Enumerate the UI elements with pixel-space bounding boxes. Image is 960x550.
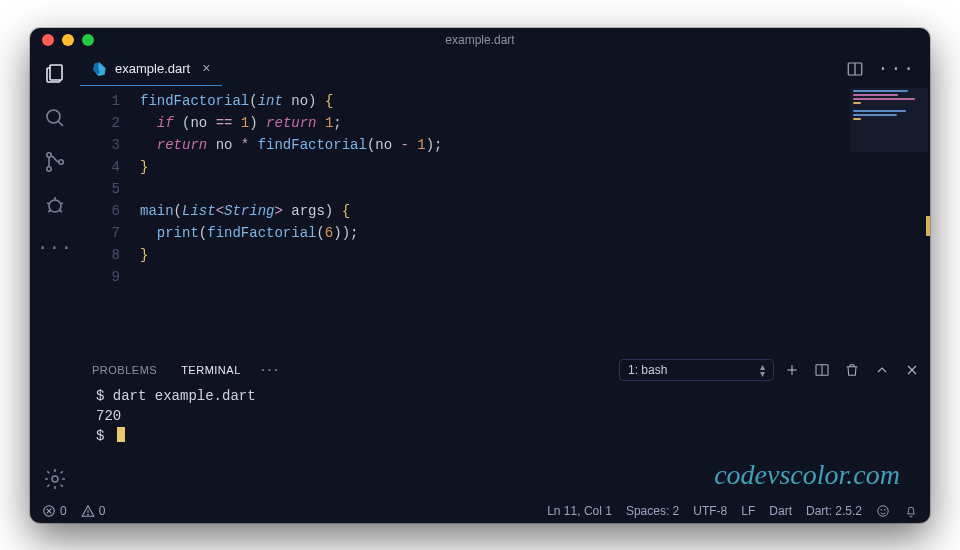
svg-point-1: [47, 110, 60, 123]
search-icon[interactable]: [43, 106, 67, 130]
svg-point-25: [87, 514, 88, 515]
svg-rect-0: [50, 65, 62, 80]
svg-point-5: [59, 159, 63, 163]
error-icon: [42, 504, 56, 518]
svg-point-4: [47, 166, 51, 170]
debug-icon[interactable]: [43, 194, 67, 218]
status-eol[interactable]: LF: [741, 504, 755, 518]
new-terminal-icon[interactable]: [784, 362, 800, 378]
source-control-icon[interactable]: [43, 150, 67, 174]
svg-point-27: [881, 509, 882, 510]
status-spaces[interactable]: Spaces: 2: [626, 504, 679, 518]
status-lncol[interactable]: Ln 11, Col 1: [547, 504, 612, 518]
status-warnings[interactable]: 0: [81, 504, 106, 518]
svg-line-9: [60, 203, 63, 204]
close-tab-icon[interactable]: ×: [202, 60, 210, 76]
window-title: example.dart: [30, 33, 930, 47]
panel-tab-problems[interactable]: PROBLEMS: [80, 364, 169, 376]
select-arrows-icon: ▴▾: [760, 363, 765, 377]
status-bar: 0 0 Ln 11, Col 1 Spaces: 2 UTF-8 LF Dart…: [30, 499, 930, 523]
svg-point-28: [884, 509, 885, 510]
terminal-selector-label: 1: bash: [628, 363, 667, 377]
editor-overflow-icon[interactable]: ···: [878, 59, 916, 79]
explorer-icon[interactable]: [43, 62, 67, 86]
split-editor-icon[interactable]: [846, 60, 864, 78]
tab-bar: example.dart × ···: [80, 52, 930, 86]
terminal-selector[interactable]: 1: bash ▴▾: [619, 359, 774, 381]
status-encoding[interactable]: UTF-8: [693, 504, 727, 518]
svg-point-26: [878, 505, 889, 516]
bottom-panel: PROBLEMS TERMINAL ··· 1: bash ▴▾: [80, 354, 930, 499]
panel-tab-terminal[interactable]: TERMINAL: [169, 364, 253, 376]
status-lang[interactable]: Dart: [769, 504, 792, 518]
svg-line-2: [58, 121, 63, 126]
svg-line-8: [47, 203, 50, 204]
warning-icon: [81, 504, 95, 518]
panel-overflow-icon[interactable]: ···: [253, 361, 288, 379]
dart-file-icon: [92, 61, 107, 76]
trash-icon[interactable]: [844, 362, 860, 378]
bell-icon[interactable]: [904, 504, 918, 518]
activity-overflow-icon[interactable]: ···: [37, 238, 72, 258]
svg-line-11: [59, 210, 62, 212]
svg-point-12: [52, 476, 58, 482]
chevron-up-icon[interactable]: [874, 362, 890, 378]
split-terminal-icon[interactable]: [814, 362, 830, 378]
tab-label: example.dart: [115, 61, 190, 76]
smiley-icon[interactable]: [876, 504, 890, 518]
line-gutter: 123456789: [80, 90, 140, 354]
titlebar: example.dart: [30, 28, 930, 52]
code-editor[interactable]: 123456789 findFactorial(int no) { if (no…: [80, 86, 930, 354]
svg-point-3: [47, 152, 51, 156]
close-panel-icon[interactable]: [904, 362, 920, 378]
terminal-output[interactable]: $ dart example.dart720$: [80, 386, 930, 499]
gear-icon[interactable]: [43, 467, 67, 491]
tab-example-dart[interactable]: example.dart ×: [80, 52, 222, 86]
overview-marker: [926, 216, 930, 236]
status-version[interactable]: Dart: 2.5.2: [806, 504, 862, 518]
activity-bar: ···: [30, 52, 80, 499]
svg-line-10: [48, 210, 51, 212]
status-errors[interactable]: 0: [42, 504, 67, 518]
code-area[interactable]: findFactorial(int no) { if (no == 1) ret…: [140, 90, 930, 354]
